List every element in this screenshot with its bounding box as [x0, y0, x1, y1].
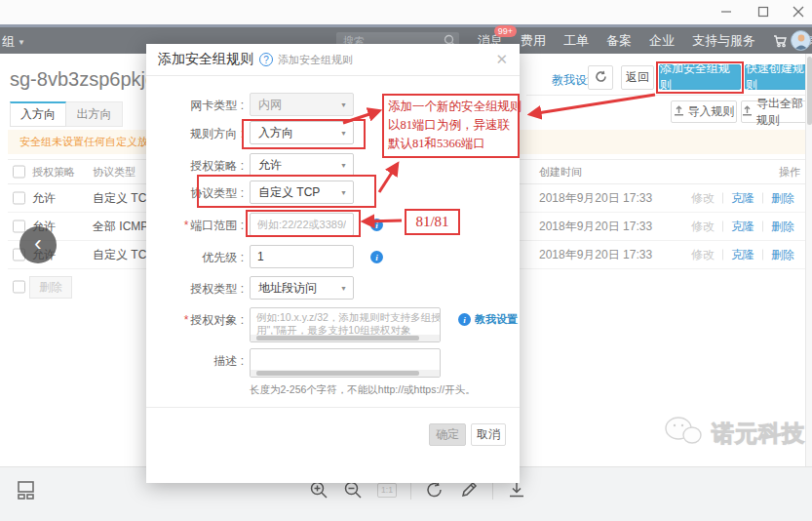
scrollbar-thumb[interactable]	[807, 57, 812, 125]
auth-policy-value: 允许	[258, 157, 282, 174]
avatar[interactable]	[791, 30, 811, 51]
nav-item-tickets[interactable]: 工单	[555, 32, 598, 50]
delete-link[interactable]: 删除	[763, 190, 802, 207]
field-priority: 优先级 : i	[146, 245, 520, 268]
nav-left-menu[interactable]: 组 ▼	[2, 33, 25, 51]
row-checkbox[interactable]	[13, 192, 25, 205]
wechat-logo-icon	[663, 414, 704, 453]
window-maximize-icon[interactable]	[749, 2, 778, 21]
footer-checkbox[interactable]	[13, 281, 25, 294]
tab-outbound[interactable]: 出方向	[66, 101, 123, 127]
priority-input[interactable]	[250, 245, 354, 268]
window-titlebar	[0, 0, 812, 24]
nic-type-value: 内网	[258, 97, 282, 113]
nav-item-support[interactable]: 支持与服务	[683, 32, 764, 50]
caret-down-icon: ▼	[340, 101, 347, 108]
required-mark: *	[184, 219, 189, 232]
delete-link[interactable]: 删除	[763, 247, 802, 263]
auth-type-value: 地址段访问	[258, 280, 317, 297]
teach-me-label: 教我设置	[475, 312, 518, 327]
auth-object-label-text: 授权对象 :	[190, 313, 244, 327]
row-actions: 修改 克隆 删除	[683, 247, 802, 263]
batch-delete-button[interactable]: 删除	[29, 276, 72, 299]
delete-link[interactable]: 删除	[763, 219, 802, 235]
info-icon[interactable]: i	[370, 251, 383, 263]
field-auth-object: *授权对象 : 例如:10.x.y.z/32，添加规则时支持多组授权对象， 用"…	[146, 307, 520, 342]
row-actions: 修改 克隆 删除	[683, 219, 802, 235]
info-icon[interactable]: i	[370, 219, 383, 231]
auth-object-label: *授权对象 :	[146, 312, 244, 329]
modify-link[interactable]: 修改	[683, 219, 722, 235]
field-auth-type: 授权类型 : 地址段访问 ▼	[146, 276, 520, 300]
highlight-box-add-button	[656, 61, 744, 94]
modal-title: 添加安全组规则	[158, 51, 253, 68]
annotation-port-example: 81/81	[405, 209, 460, 235]
caret-down-icon: ▼	[340, 285, 347, 292]
col-policy: 授权策略	[32, 165, 75, 180]
nav-item-icp[interactable]: 备案	[598, 32, 640, 50]
nic-type-label: 网卡类型 :	[146, 98, 244, 114]
toolbar-divider	[410, 480, 411, 500]
import-rules-button[interactable]: 导入规则	[671, 100, 737, 123]
select-all-checkbox[interactable]	[13, 166, 25, 179]
cell-created: 2018年9月20日 17:33	[539, 190, 652, 207]
tab-inbound[interactable]: 入方向	[10, 101, 66, 127]
close-icon[interactable]: ✕	[495, 51, 508, 68]
field-description-help: 长度为2-256个字符，不能以http://或https://开头。	[146, 383, 520, 407]
screen: 组 ▼ 消息 99+ 费用 工单 备案 企业 支持与服务 简体中文 sg-8vb…	[0, 0, 812, 521]
teach-me-link[interactable]: i 教我设置	[458, 312, 518, 327]
clone-link[interactable]: 克隆	[723, 247, 762, 263]
field-description: 描述 :	[146, 348, 520, 378]
auth-object-textarea[interactable]: 例如:10.x.y.z/32，添加规则时支持多组授权对象， 用","隔开，最多支…	[250, 307, 441, 342]
refresh-button[interactable]	[588, 65, 613, 90]
caret-down-icon: ▼	[340, 162, 347, 169]
auth-type-label: 授权类型 :	[146, 281, 244, 298]
description-help-text: 长度为2-256个字符，不能以http://或https://开头。	[250, 383, 476, 397]
row-checkbox[interactable]	[13, 220, 25, 233]
description-label: 描述 :	[146, 353, 244, 370]
nav-left-label: 组	[2, 33, 15, 51]
modal-help-link[interactable]: 添加安全组规则	[278, 53, 353, 67]
modify-link[interactable]: 修改	[683, 247, 722, 263]
horizontal-scrollbar[interactable]	[251, 335, 440, 341]
upload-icon	[742, 105, 753, 119]
quick-create-rule-button[interactable]: 快速创建规则	[745, 64, 811, 90]
cancel-button[interactable]: 取消	[471, 423, 506, 446]
auth-policy-label: 授权策略 :	[146, 158, 244, 175]
window-close-icon[interactable]	[784, 2, 812, 21]
auth-object-placeholder: 例如:10.x.y.z/32，添加规则时支持多组授权对象，	[251, 308, 440, 324]
previous-image-button[interactable]: ‹	[19, 226, 57, 263]
cell-created: 2018年9月20日 17:33	[539, 219, 652, 235]
toolbar-divider	[492, 480, 493, 500]
help-question-icon[interactable]: ?	[259, 53, 273, 66]
clone-link[interactable]: 克隆	[723, 190, 762, 207]
annotation-text: 添加一个新的安全组规则	[388, 98, 514, 116]
horizontal-scrollbar[interactable]	[251, 370, 440, 377]
info-icon: i	[458, 313, 471, 326]
ok-button[interactable]: 确定	[429, 423, 466, 446]
description-textarea[interactable]	[250, 348, 441, 378]
clone-link[interactable]: 克隆	[723, 219, 762, 235]
highlight-box-protocol	[197, 175, 376, 208]
watermark-text: 诺元科技	[712, 419, 805, 449]
export-rules-button[interactable]: 导出全部规则	[741, 100, 812, 123]
col-action: 操作	[779, 165, 800, 180]
window-minimize-icon[interactable]	[712, 2, 741, 21]
auth-policy-select[interactable]: 允许 ▼	[250, 153, 354, 177]
nav-item-enterprise[interactable]: 企业	[640, 32, 683, 50]
auth-type-select[interactable]: 地址段访问 ▼	[250, 276, 354, 300]
vertical-scrollbar[interactable]	[805, 54, 812, 466]
back-button[interactable]: 返回	[621, 65, 654, 90]
annotation-text: 以81端口为例，异速联	[388, 116, 514, 135]
port-range-label-text: 端口范围 :	[190, 219, 244, 232]
gallery-view-icon[interactable]	[16, 479, 37, 504]
row-actions: 修改 克隆 删除	[683, 190, 802, 207]
priority-label: 优先级 :	[146, 250, 244, 266]
modal-header: 添加安全组规则 ? 添加安全组规则 ✕	[146, 44, 520, 76]
modify-link[interactable]: 修改	[683, 190, 722, 207]
modal-footer: 确定 取消	[146, 407, 520, 483]
watermark: 诺元科技	[663, 414, 805, 453]
annotation-text: 默认81和5366端口	[388, 135, 514, 153]
annotation-text: 81/81	[415, 214, 448, 230]
chevron-left-icon: ‹	[34, 233, 41, 255]
